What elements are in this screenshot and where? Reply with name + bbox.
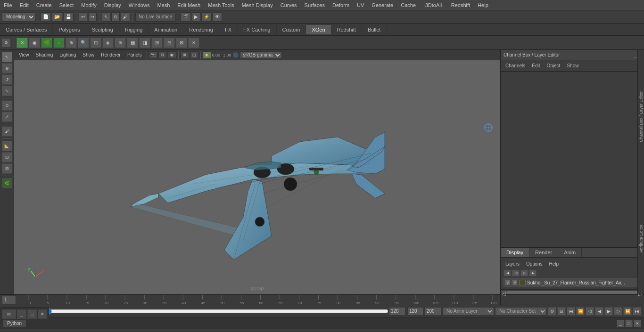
open-file-btn[interactable]: 📂	[52, 12, 62, 22]
xgen-btn-10[interactable]: ▦	[127, 38, 138, 48]
win-restore-btn[interactable]: □	[625, 320, 633, 327]
menu-generate[interactable]: Generate	[368, 1, 397, 9]
vp-grid-btn[interactable]: ⊞	[181, 51, 189, 59]
snap-btn[interactable]: 📐	[2, 141, 12, 151]
taskbar-close-btn[interactable]: ✕	[38, 309, 47, 319]
rotate-btn[interactable]: ↺	[2, 74, 12, 85]
time-slider[interactable]	[44, 309, 388, 313]
menu-surfaces[interactable]: Surfaces	[301, 1, 329, 9]
xgen-btn-14[interactable]: ⊠	[176, 38, 187, 48]
xgen-btn-6[interactable]: 🔍	[78, 38, 89, 48]
vp-menu-lighting[interactable]: Lighting	[57, 51, 79, 58]
xgen-btn-13[interactable]: ⊟	[164, 38, 175, 48]
layout-btn[interactable]: ⊞	[2, 163, 12, 174]
vp-res-btn[interactable]: ◱	[190, 51, 198, 59]
tab-rigging[interactable]: Rigging	[119, 25, 149, 34]
live-surface-btn[interactable]: No Live Surface	[135, 12, 175, 22]
menu-cache[interactable]: Cache	[397, 1, 420, 9]
save-file-btn[interactable]: 💾	[63, 12, 74, 22]
python-tab[interactable]: Python	[3, 319, 26, 327]
menu-create[interactable]: Create	[33, 1, 56, 9]
menu-select[interactable]: Select	[56, 1, 78, 9]
menu-deform[interactable]: Deform	[329, 1, 353, 9]
tab-fx[interactable]: FX	[219, 25, 238, 34]
xgen-btn-1[interactable]: ✕	[17, 38, 28, 48]
layer-icon-2[interactable]: ◁	[512, 270, 520, 276]
menu-windows[interactable]: Windows	[125, 1, 154, 9]
menu-mesh-tools[interactable]: Mesh Tools	[204, 1, 238, 9]
gamma-select[interactable]: sRGB gamma	[240, 51, 282, 59]
soft-select-btn[interactable]: ⊙	[2, 100, 12, 111]
xgen-btn-12[interactable]: ⊞	[151, 38, 163, 48]
menu-3dtall[interactable]: -3DtoAll-	[420, 1, 447, 9]
goto-end-btn[interactable]: ⏭	[633, 307, 641, 316]
tab-rendering[interactable]: Rendering	[183, 25, 219, 34]
prev-key-btn[interactable]: ⏪	[576, 307, 585, 316]
channel-box-side-tab[interactable]: Channel Box / Layer Editor	[638, 89, 644, 144]
win-close-btn[interactable]: ✕	[634, 320, 641, 327]
xgen-btn-8[interactable]: ◈	[102, 38, 114, 48]
menu-help[interactable]: Help	[474, 1, 492, 9]
layers-header-help[interactable]: Help	[547, 260, 561, 267]
settings-gear-icon[interactable]: ⚙	[2, 39, 10, 47]
ipr-btn[interactable]: ⚡	[201, 12, 212, 22]
show-tab[interactable]: Show	[565, 62, 580, 69]
vp-menu-panels[interactable]: Panels	[124, 51, 145, 58]
panel-minimize-btn[interactable]: _	[634, 53, 636, 57]
vp-menu-renderer[interactable]: Renderer	[98, 51, 124, 58]
layers-header-options[interactable]: Options	[524, 260, 544, 267]
vp-menu-view[interactable]: View	[16, 51, 32, 58]
goto-start-btn[interactable]: ⏮	[567, 307, 575, 316]
viewer-btn[interactable]: 👁	[213, 12, 222, 22]
object-tab[interactable]: Object	[545, 62, 562, 69]
layers-header-layers[interactable]: Layers	[504, 260, 521, 267]
brush-btn[interactable]: 🖌	[2, 126, 12, 137]
tab-sculpting[interactable]: Sculpting	[86, 25, 119, 34]
channels-tab[interactable]: Channels	[504, 62, 527, 69]
settings-btn[interactable]: ⚙	[548, 307, 556, 316]
tab-polygons[interactable]: Polygons	[53, 25, 86, 34]
tab-custom[interactable]: Custom	[277, 25, 306, 34]
layer-icon-1[interactable]: ◀	[504, 270, 511, 276]
extra-btn[interactable]: ⊡	[557, 307, 566, 316]
scale-btn[interactable]: ⤡	[2, 86, 12, 96]
play-back-btn[interactable]: ◀	[595, 307, 603, 316]
scrollbar-thumb[interactable]	[506, 291, 638, 294]
range-end-2[interactable]	[407, 307, 424, 316]
redo-btn[interactable]: ↪	[88, 12, 97, 22]
disp-tab-anim[interactable]: Anim	[558, 248, 582, 257]
menu-mesh-display[interactable]: Mesh Display	[238, 1, 277, 9]
xgen-btn-2[interactable]: ◉	[29, 38, 40, 48]
tab-animation[interactable]: Animation	[149, 25, 183, 34]
timeline-ruler[interactable]: 1 5 10 15 20 25 30 35 40 45 50 55 60	[28, 295, 500, 305]
xgen-btn-3[interactable]: 🌿	[41, 38, 52, 48]
paint-btn[interactable]: 🖌	[121, 12, 130, 22]
select-tool-btn[interactable]: ↖	[102, 12, 110, 22]
horizontal-scrollbar[interactable]: ◁ ▷	[501, 290, 644, 294]
taskbar-minimize-btn[interactable]: _	[17, 309, 26, 319]
step-back-btn[interactable]: ◁	[586, 307, 594, 316]
menu-curves[interactable]: Curves	[277, 1, 301, 9]
taskbar-restore-btn[interactable]: □	[27, 309, 37, 319]
menu-display[interactable]: Display	[100, 1, 125, 9]
xgen-tool-btn[interactable]: 🌿	[2, 178, 12, 188]
edit-tab[interactable]: Edit	[530, 62, 542, 69]
vp-menu-shading[interactable]: Shading	[33, 51, 56, 58]
workspace-selector[interactable]: Modeling	[2, 12, 35, 22]
range-end-input[interactable]	[389, 307, 405, 316]
menu-file[interactable]: File	[0, 1, 16, 9]
scroll-left-arrow[interactable]: ◁	[502, 291, 506, 294]
tab-fx-caching[interactable]: FX Caching	[238, 25, 276, 34]
xgen-btn-9[interactable]: ⊛	[115, 38, 126, 48]
disp-tab-render[interactable]: Render	[529, 248, 558, 257]
disp-tab-display[interactable]: Display	[501, 248, 529, 257]
paint-weights-btn[interactable]: ⊡	[2, 152, 12, 162]
xgen-btn-7[interactable]: ⊡	[90, 38, 101, 48]
vp-menu-show[interactable]: Show	[80, 51, 97, 58]
xgen-btn-5[interactable]: ⊕	[66, 38, 77, 48]
char-set-select[interactable]: No Character Set	[495, 307, 547, 316]
render-btn[interactable]: ▶	[192, 12, 200, 22]
next-key-btn[interactable]: ⏩	[623, 307, 632, 316]
render-settings-btn[interactable]: 🎬	[181, 12, 191, 22]
maya-logo-btn[interactable]: M	[2, 309, 16, 319]
